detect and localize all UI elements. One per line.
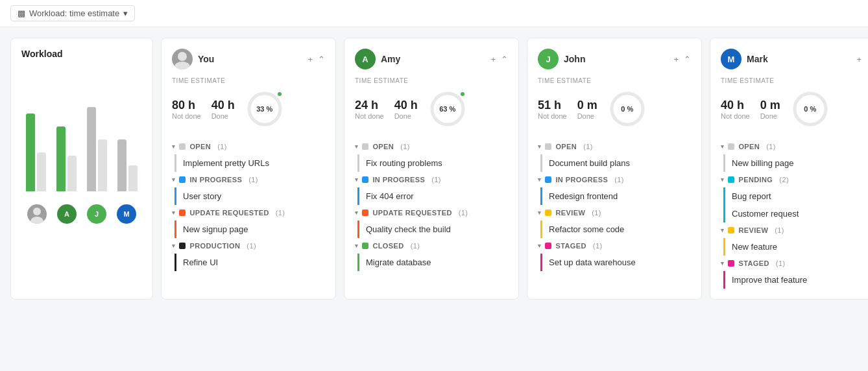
section-dot-pending <box>728 176 734 183</box>
section-count-in-progress: (1) <box>614 176 624 184</box>
task-text: New billing page <box>732 158 793 168</box>
section-count-update-requested: (1) <box>459 209 468 217</box>
person-info-mark: M Mark <box>721 49 768 69</box>
task-item[interactable]: Customer request <box>723 205 868 222</box>
avatar-john: J <box>87 204 106 224</box>
person-column-amy: A Amy + ⌃ TIME ESTIMATE 24 h Not done 40… <box>344 38 519 300</box>
donut-percent-you: 33 % <box>256 105 272 113</box>
avatar-amy: A <box>355 49 376 69</box>
donut-chart-john: 0 % <box>608 90 647 128</box>
person-header-mark: M Mark + ⌃ <box>721 49 868 69</box>
time-stats-you: 80 h Not done 40 h Done 33 % <box>172 90 325 128</box>
task-item[interactable]: Bug report <box>723 187 868 205</box>
svg-point-1 <box>30 217 43 224</box>
task-item[interactable]: Refactor some code <box>540 221 691 238</box>
done-value-you: 40 h <box>211 99 235 112</box>
section-dot-staged <box>545 243 551 249</box>
collapse-icon-john[interactable]: ⌃ <box>684 54 691 64</box>
person-actions-john: + ⌃ <box>673 54 691 64</box>
task-item[interactable]: Improve that feature <box>723 271 868 289</box>
task-item[interactable]: Migrate database <box>357 254 508 271</box>
section-header-open[interactable]: ▾ OPEN (1) <box>355 139 508 154</box>
not-done-block-amy: 24 h Not done <box>355 99 384 120</box>
section-header-production[interactable]: ▾ PRODUCTION (1) <box>172 238 325 254</box>
section-header-update-requested[interactable]: ▾ UPDATE REQUESTED (1) <box>355 205 508 221</box>
not-done-label-amy: Not done <box>355 112 384 120</box>
section-count-review: (1) <box>775 226 784 234</box>
task-item[interactable]: Set up data warehouse <box>540 254 691 271</box>
section-dot-in-progress <box>179 176 186 183</box>
section-header-open[interactable]: ▾ OPEN (1) <box>172 139 325 154</box>
collapse-icon-you[interactable]: ⌃ <box>318 54 325 64</box>
section-count-in-progress: (1) <box>431 176 441 184</box>
section-dot-open <box>728 143 734 150</box>
section-dot-staged <box>728 260 734 267</box>
section-label-open: OPEN <box>555 143 577 150</box>
time-stats-amy: 24 h Not done 40 h Done 63 % <box>355 90 508 128</box>
section-label-pending: PENDING <box>738 176 773 184</box>
section-header-review[interactable]: ▾ REVIEW (1) <box>538 205 691 221</box>
task-item[interactable]: New billing page <box>723 154 868 172</box>
task-item[interactable]: Fix 404 error <box>357 187 508 205</box>
task-text: Migrate database <box>366 257 431 267</box>
section-header-staged[interactable]: ▾ STAGED (1) <box>721 256 868 271</box>
done-value-amy: 40 h <box>394 99 418 112</box>
not-done-label-john: Not done <box>538 112 567 120</box>
task-item[interactable]: Redesign frontend <box>540 187 691 205</box>
person-actions-amy: + ⌃ <box>490 54 508 64</box>
chevron-icon: ▾ <box>538 176 541 183</box>
section-label-staged: STAGED <box>555 242 586 250</box>
chevron-icon: ▾ <box>172 176 175 183</box>
bar-john-gray <box>98 139 107 191</box>
collapse-icon-amy[interactable]: ⌃ <box>501 54 508 64</box>
section-label-open: OPEN <box>738 143 760 150</box>
section-header-in-progress[interactable]: ▾ IN PROGRESS (1) <box>538 172 691 187</box>
section-count-pending: (2) <box>779 176 789 184</box>
bar-group-you <box>26 88 46 191</box>
person-actions-you: + ⌃ <box>307 54 325 64</box>
add-icon-john[interactable]: + <box>673 54 679 64</box>
task-text: Document build plans <box>549 158 630 168</box>
svg-point-0 <box>33 208 41 215</box>
avatar-you <box>172 49 193 69</box>
avatar-row: A J M <box>21 204 142 224</box>
avatar-amy: A <box>57 204 77 224</box>
task-item[interactable]: Quality check the build <box>357 221 508 238</box>
person-actions-mark: + ⌃ <box>856 54 868 64</box>
section-header-pending[interactable]: ▾ PENDING (2) <box>721 172 868 187</box>
section-header-review[interactable]: ▾ REVIEW (1) <box>721 222 868 238</box>
bar-you-green <box>26 114 35 191</box>
chart-icon: ▩ <box>18 8 25 18</box>
donut-percent-mark: 0 % <box>804 105 816 113</box>
section-header-update-requested[interactable]: ▾ UPDATE REQUESTED (1) <box>172 205 325 221</box>
task-item[interactable]: Implement pretty URLs <box>175 154 325 172</box>
section-header-open[interactable]: ▾ OPEN (1) <box>721 139 868 154</box>
bar-john-dark <box>87 107 96 191</box>
section-label-open: OPEN <box>189 143 211 150</box>
section-header-staged[interactable]: ▾ STAGED (1) <box>538 238 691 254</box>
task-item[interactable]: Refine UI <box>175 254 325 271</box>
task-item[interactable]: Fix routing problems <box>357 154 508 172</box>
section-header-closed[interactable]: ▾ CLOSED (1) <box>355 238 508 254</box>
task-item[interactable]: New signup page <box>175 221 325 238</box>
section-label-staged: STAGED <box>738 259 769 267</box>
workload-button[interactable]: ▩ Workload: time estimate ▾ <box>10 5 135 21</box>
time-estimate-label-john: TIME ESTIMATE <box>538 77 691 84</box>
section-header-open[interactable]: ▾ OPEN (1) <box>538 139 691 154</box>
section-header-in-progress[interactable]: ▾ IN PROGRESS (1) <box>172 172 325 187</box>
task-item[interactable]: Document build plans <box>540 154 691 172</box>
add-icon-you[interactable]: + <box>307 54 313 64</box>
avatar-john: J <box>538 49 559 69</box>
task-item[interactable]: New feature <box>723 238 868 256</box>
time-estimate-label-mark: TIME ESTIMATE <box>721 77 868 84</box>
section-dot-update-requested <box>362 209 368 216</box>
not-done-block-john: 51 h Not done <box>538 99 567 120</box>
add-icon-mark[interactable]: + <box>856 54 862 64</box>
section-count-production: (1) <box>247 242 256 250</box>
add-icon-amy[interactable]: + <box>490 54 496 64</box>
not-done-value-amy: 24 h <box>355 99 384 112</box>
task-text: Refine UI <box>183 257 218 267</box>
not-done-label-mark: Not done <box>721 112 750 120</box>
task-item[interactable]: User story <box>175 187 325 205</box>
section-header-in-progress[interactable]: ▾ IN PROGRESS (1) <box>355 172 508 187</box>
